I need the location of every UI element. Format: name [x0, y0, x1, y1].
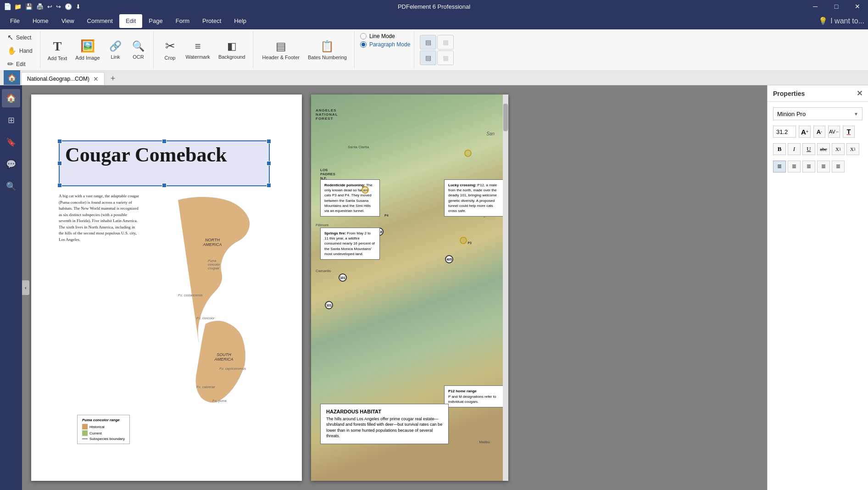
font-size-down-button[interactable]: A- — [813, 126, 825, 138]
align-left-button[interactable]: ≡ — [773, 161, 786, 173]
search-label[interactable]: I want to... — [830, 17, 864, 25]
cougar-title-text: Cougar Comeback — [60, 141, 269, 169]
menu-view[interactable]: View — [55, 14, 81, 28]
tab-close-icon[interactable]: ✕ — [93, 76, 99, 82]
svg-text:Puma: Puma — [208, 259, 216, 262]
minimize-button[interactable]: ─ — [805, 0, 826, 13]
subscript-button[interactable]: X1 — [846, 143, 859, 155]
americas-map: NORTH AMERICA SOUTH AMERICA Puma concolo… — [141, 191, 288, 406]
hand-tool[interactable]: ✋ Hand — [4, 45, 36, 57]
map-label-clarita: Santa Clarita — [348, 145, 369, 149]
rodenticide-info-box: Rodenticide poisoning: The only known de… — [320, 179, 380, 217]
menu-home[interactable]: Home — [26, 14, 55, 28]
menu-page[interactable]: Page — [142, 14, 169, 28]
watermark-icon: ≡ — [195, 40, 201, 52]
add-text-button[interactable]: T Add Text — [44, 33, 71, 67]
handle-top-middle[interactable] — [162, 139, 167, 144]
layout-btn-3[interactable]: ▤ — [420, 50, 436, 65]
background-button[interactable]: ◧ Background — [215, 33, 249, 67]
svg-text:P.c. cabrerae: P.c. cabrerae — [196, 385, 215, 389]
handle-bottom-left[interactable] — [57, 183, 62, 188]
add-tab-button[interactable]: + — [106, 72, 119, 85]
watermark-button[interactable]: ≡ Watermark — [182, 33, 214, 67]
line-mode-option[interactable]: Line Mode — [360, 33, 410, 39]
p12-home-range-info-box: P12 home range P and M designations refe… — [444, 385, 504, 407]
page-1: Cougar Comeback A big cat with a vast ra… — [31, 95, 302, 481]
crop-button[interactable]: ✂ Crop — [159, 33, 181, 67]
superscript-button[interactable]: X1 — [832, 143, 845, 155]
menu-form[interactable]: Form — [169, 14, 196, 28]
bates-numbering-button[interactable]: 📋 Bates Numbering — [304, 33, 351, 67]
menu-file[interactable]: File — [4, 14, 26, 28]
lucky-crossing-info-box: Lucky crossing: P12, a male from the nor… — [444, 179, 504, 217]
qa-save[interactable]: 💾 — [24, 2, 33, 11]
layout-btn-4[interactable]: ▦ — [437, 50, 454, 65]
map-scrollbar[interactable] — [503, 95, 508, 481]
edit-icon: ✏ — [7, 60, 13, 68]
home-tab[interactable]: 🏠 — [4, 70, 20, 85]
line-mode-radio[interactable] — [360, 33, 367, 39]
ocr-icon: 🔍 — [132, 40, 145, 52]
font-selector[interactable]: Minion Pro ▼ — [773, 107, 862, 120]
properties-close-button[interactable]: ✕ — [857, 89, 862, 98]
background-icon: ◧ — [227, 40, 237, 52]
ribbon: ↖ Select ✋ Hand ✏ Edit T Add Text 🖼️ Add… — [0, 29, 868, 71]
sidebar-item-search[interactable]: 🔍 — [2, 177, 20, 195]
close-button[interactable]: ✕ — [847, 0, 868, 13]
menu-bar: File Home View Comment Edit Page Form Pr… — [0, 13, 868, 29]
sidebar-item-comments[interactable]: 💬 — [2, 155, 20, 173]
map-scrollbar-thumb[interactable] — [503, 104, 508, 131]
select-tool[interactable]: ↖ Select — [4, 31, 36, 44]
ocr-button[interactable]: 🔍 OCR — [128, 33, 150, 67]
highway-405: 405 — [445, 255, 453, 263]
qa-history[interactable]: 🕐 — [64, 2, 73, 11]
link-button[interactable]: 🔗 Link — [105, 33, 127, 67]
menu-protect[interactable]: Protect — [196, 14, 228, 28]
qa-undo[interactable]: ↩ — [46, 2, 53, 11]
underline-button[interactable]: U — [802, 143, 815, 155]
paragraph-mode-option[interactable]: Paragraph Mode — [360, 41, 410, 48]
tracking-button[interactable]: AV↔ — [828, 126, 840, 138]
svg-text:AMERICA: AMERICA — [202, 242, 222, 247]
handle-top-left[interactable] — [57, 139, 62, 144]
layout-btn-1[interactable]: ▤ — [420, 35, 436, 50]
text-color-button[interactable]: T — [843, 126, 855, 138]
paragraph-mode-radio[interactable] — [360, 41, 367, 48]
maximize-button[interactable]: □ — [826, 0, 847, 13]
align-center-button[interactable]: ≡ — [788, 161, 801, 173]
bold-button[interactable]: B — [773, 143, 786, 155]
handle-top-right[interactable] — [267, 139, 271, 144]
menu-help[interactable]: Help — [228, 14, 253, 28]
cursor-tools-group: ↖ Select ✋ Hand ✏ Edit — [4, 31, 40, 68]
handle-middle-right[interactable] — [267, 161, 271, 166]
sidebar-item-bookmarks[interactable]: 🔖 — [2, 133, 20, 151]
document-tab-0[interactable]: National.Geograp...COM) ✕ — [21, 72, 105, 85]
align-distribute-button[interactable]: ≡ — [832, 161, 845, 173]
qa-new[interactable]: 📁 — [13, 2, 22, 11]
svg-text:concolor: concolor — [208, 263, 220, 266]
font-size-input[interactable]: 31.2 — [773, 126, 796, 138]
qa-print[interactable]: 🖨️ — [35, 2, 45, 11]
handle-bottom-middle[interactable] — [162, 183, 167, 188]
strikethrough-button[interactable]: abc — [817, 143, 830, 155]
title-text-box[interactable]: Cougar Comeback — [59, 140, 270, 186]
add-image-button[interactable]: 🖼️ Add Image — [72, 33, 103, 67]
layout-btn-2[interactable]: ▦ — [437, 35, 454, 50]
menu-comment[interactable]: Comment — [81, 14, 119, 28]
menu-edit[interactable]: Edit — [119, 14, 142, 28]
handle-bottom-right[interactable] — [267, 183, 271, 188]
svg-text:P.c. puma: P.c. puma — [212, 399, 227, 403]
cougar-marker-1 — [464, 150, 472, 157]
align-justify-button[interactable]: ≡ — [817, 161, 830, 173]
sidebar-collapse-handle[interactable]: ‹ — [22, 280, 29, 295]
edit-tool[interactable]: ✏ Edit — [4, 58, 36, 70]
qa-redo[interactable]: ↪ — [55, 2, 62, 11]
sidebar-item-home[interactable]: 🏠 — [2, 89, 20, 107]
italic-button[interactable]: I — [788, 143, 801, 155]
align-right-button[interactable]: ≡ — [802, 161, 815, 173]
handle-middle-left[interactable] — [57, 161, 62, 166]
sidebar-item-thumbnails[interactable]: ⊞ — [2, 111, 20, 129]
qa-more[interactable]: ⬇ — [75, 2, 82, 11]
header-footer-button[interactable]: ▤ Header & Footer — [259, 33, 303, 67]
font-size-up-button[interactable]: A+ — [799, 126, 811, 138]
